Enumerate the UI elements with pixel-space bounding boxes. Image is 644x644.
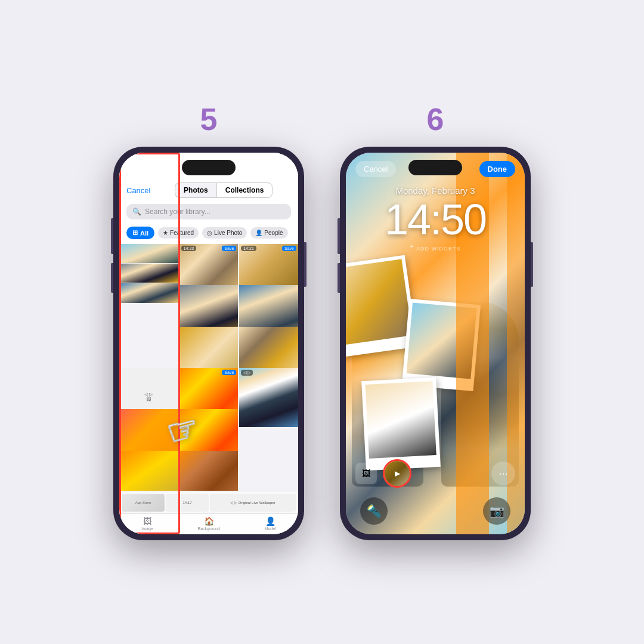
more-options-button[interactable]: ··· — [491, 462, 515, 485]
collections-tab[interactable]: Collections — [216, 182, 273, 198]
filter-row: ⊞ All ★ Featured ◎ Live Photo — [126, 224, 291, 244]
search-placeholder: Search your library... — [145, 208, 210, 216]
photo-cell-10[interactable]: ◁ ▷ — [239, 368, 298, 427]
live-badge: ◁ ▷ — [241, 370, 253, 376]
play-overlay: ▶ — [385, 461, 410, 486]
bottom-tabs: 🖼 Image 🏠 Background 👤 Model — [119, 513, 298, 534]
ls-cancel-button[interactable]: Cancel — [355, 161, 396, 177]
lockscreen-time: 14:50 — [346, 198, 525, 241]
phone-6: Cancel Done Monday, February 3 14:50 + A… — [340, 147, 531, 540]
phone-6-screen: Cancel Done Monday, February 3 14:50 + A… — [346, 153, 525, 534]
play-icon: ▶ — [395, 469, 400, 478]
picker-tabs: Photos Collections — [156, 182, 291, 198]
image-icon: 🖼 — [143, 516, 151, 526]
tab-model[interactable]: 👤 Model — [265, 516, 276, 531]
lockscreen-date: Monday, February 3 — [346, 185, 525, 196]
live-photo-label: Live Photo — [214, 230, 242, 236]
people-label: People — [264, 230, 283, 236]
live-thumb-row: 🖼 ▶ ·· — [355, 459, 515, 488]
step-5-number: 5 — [200, 104, 218, 135]
step-6-number: 6 — [427, 104, 444, 135]
camera-button[interactable]: 📷 — [483, 497, 510, 525]
plus-icon: + — [410, 243, 414, 250]
tab-background[interactable]: 🏠 Background — [198, 516, 220, 531]
photo-icon: 🖼 — [362, 469, 370, 478]
model-icon: 👤 — [265, 516, 275, 526]
photo-cell-1[interactable] — [119, 244, 178, 303]
photo-picker-icon[interactable]: 🖼 — [355, 463, 377, 484]
live-icon: ◎ — [207, 230, 212, 236]
save-badge: Save — [222, 246, 236, 251]
photo-picker-screen: Cancel Photos Collections 🔍 Search your … — [119, 153, 298, 534]
lockscreen-header: Cancel Done — [346, 153, 525, 183]
phone-5-screen: Cancel Photos Collections 🔍 Search your … — [119, 153, 298, 534]
filter-all-button[interactable]: ⊞ All — [126, 227, 154, 239]
picker-nav: Cancel Photos Collections — [126, 182, 291, 198]
save-badge-2: Save — [282, 246, 296, 251]
people-icon: 👤 — [255, 230, 262, 236]
star-icon: ★ — [163, 230, 168, 236]
photo-cell-13[interactable] — [119, 451, 178, 491]
thumb-group: 🖼 ▶ — [355, 459, 411, 488]
filter-featured[interactable]: ★ Featured — [158, 227, 199, 239]
bottom-mini-strip: App Store 14:17 ◁ ▷ Original Live Wallpa… — [119, 491, 298, 513]
time-badge-2: 14:21 — [241, 246, 256, 251]
dynamic-island-5 — [182, 160, 236, 175]
photos-tab[interactable]: Photos — [175, 182, 216, 198]
phone-5: Cancel Photos Collections 🔍 Search your … — [113, 147, 304, 540]
camera-icon: 📷 — [490, 504, 504, 518]
step-6: 6 — [340, 104, 531, 540]
utility-row: 🔦 📷 — [355, 497, 515, 525]
photo-grid: 14:23 Save 14:21 Save — [119, 244, 298, 491]
image-label: Image — [141, 527, 153, 531]
filter-live-photo[interactable]: ◎ Live Photo — [202, 227, 247, 239]
search-icon: 🔍 — [132, 208, 141, 216]
save-badge-3: Save — [222, 370, 236, 375]
lockscreen: Cancel Done Monday, February 3 14:50 + A… — [346, 153, 525, 534]
model-label: Model — [265, 527, 276, 531]
lockscreen-time-area: Monday, February 3 14:50 + ADD WIDGETS — [346, 185, 525, 252]
torch-button[interactable]: 🔦 — [360, 497, 388, 525]
all-label: All — [140, 230, 148, 237]
search-bar[interactable]: 🔍 Search your library... — [126, 204, 291, 219]
torch-icon: 🔦 — [367, 504, 382, 518]
lockscreen-bottom: 🖼 ▶ ·· — [346, 453, 525, 534]
background-label: Background — [198, 527, 220, 531]
time-badge: 14:23 — [181, 246, 197, 251]
featured-label: Featured — [170, 230, 194, 236]
ellipsis-icon: ··· — [499, 467, 507, 480]
live-photo-thumbnail[interactable]: ▶ — [383, 459, 411, 488]
tab-image[interactable]: 🖼 Image — [141, 516, 153, 531]
step-5: 5 Cancel Photos Collections — [113, 104, 304, 540]
widgets-label: ADD WIDGETS — [416, 246, 461, 252]
filter-people[interactable]: 👤 People — [250, 227, 287, 239]
picker-cancel-button[interactable]: Cancel — [126, 186, 150, 195]
ls-done-button[interactable]: Done — [479, 161, 516, 177]
main-container: 5 Cancel Photos Collections — [89, 80, 555, 564]
background-icon: 🏠 — [204, 516, 214, 526]
grid-icon: ⊞ — [132, 229, 138, 237]
photo-cell-14[interactable] — [179, 451, 239, 491]
